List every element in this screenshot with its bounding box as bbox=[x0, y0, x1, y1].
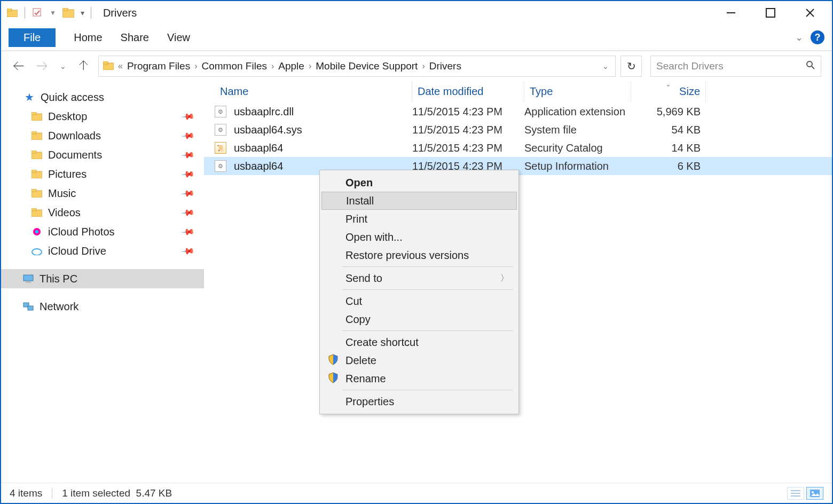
breadcrumb-seg[interactable]: Program Files bbox=[127, 60, 190, 72]
file-size: 54 KB bbox=[631, 124, 701, 136]
context-item-print[interactable]: Print bbox=[321, 210, 517, 228]
quick-access-section[interactable]: ★ Quick access bbox=[1, 88, 204, 107]
maximize-button[interactable] bbox=[758, 4, 783, 22]
context-item-label: Restore previous versions bbox=[345, 249, 469, 262]
context-item-properties[interactable]: Properties bbox=[321, 392, 517, 411]
chevron-right-icon[interactable]: › bbox=[422, 61, 425, 71]
context-item-send-to[interactable]: Send to〉 bbox=[321, 269, 517, 287]
context-item-label: Create shortcut bbox=[345, 336, 419, 349]
view-thumbnails-button[interactable] bbox=[806, 487, 823, 500]
context-item-open-with-[interactable]: Open with... bbox=[321, 228, 517, 246]
context-item-cut[interactable]: Cut bbox=[321, 292, 517, 310]
sidebar-item-icloud-photos[interactable]: iCloud Photos📌 bbox=[29, 222, 204, 241]
ribbon-expand-icon[interactable]: ⌄ bbox=[795, 32, 803, 43]
file-row[interactable]: 📜usbaapl6411/5/2015 4:23 PMSecurity Cata… bbox=[204, 139, 832, 157]
breadcrumb-seg[interactable]: Drivers bbox=[429, 60, 461, 72]
svg-rect-20 bbox=[32, 170, 36, 172]
context-item-label: Properties bbox=[345, 396, 394, 408]
qat-customize-icon[interactable]: ▾ bbox=[81, 9, 84, 17]
context-item-create-shortcut[interactable]: Create shortcut bbox=[321, 333, 517, 351]
pin-icon: 📌 bbox=[180, 186, 195, 200]
sidebar-item-icloud-drive[interactable]: iCloud Drive📌 bbox=[29, 241, 204, 261]
svg-rect-10 bbox=[103, 61, 108, 64]
downloads-icon bbox=[31, 131, 43, 140]
breadcrumb-seg[interactable]: Mobile Device Support bbox=[316, 60, 418, 72]
breadcrumb-seg[interactable]: Common Files bbox=[201, 60, 266, 72]
address-folder-icon bbox=[103, 60, 114, 73]
context-item-rename[interactable]: Rename bbox=[321, 369, 517, 388]
sidebar-item-videos[interactable]: Videos📌 bbox=[29, 203, 204, 222]
close-button[interactable] bbox=[798, 4, 822, 22]
qat-dropdown-icon[interactable]: ▼ bbox=[50, 9, 56, 17]
up-button[interactable]: 🡡 bbox=[78, 59, 90, 73]
quick-access-label: Quick access bbox=[41, 91, 104, 104]
network-item[interactable]: Network bbox=[1, 297, 204, 316]
context-item-label: Install bbox=[346, 195, 374, 207]
ribbon-tab-home[interactable]: Home bbox=[74, 32, 102, 44]
back-button[interactable]: 🡠 bbox=[13, 59, 25, 73]
forward-button[interactable]: 🡢 bbox=[36, 59, 48, 73]
context-separator bbox=[342, 289, 513, 290]
ribbon-tab-view[interactable]: View bbox=[167, 32, 190, 44]
sidebar-item-pictures[interactable]: Pictures📌 bbox=[29, 164, 204, 184]
sidebar-item-label: Videos bbox=[48, 207, 81, 219]
qat-folder-icon[interactable] bbox=[62, 7, 74, 19]
file-size: 6 KB bbox=[631, 160, 701, 172]
svg-rect-24 bbox=[32, 208, 36, 211]
file-date: 11/5/2015 4:23 PM bbox=[412, 124, 524, 136]
sidebar-item-label: Downloads bbox=[48, 130, 101, 142]
address-dropdown-icon[interactable]: ⌄ bbox=[602, 62, 609, 70]
chevron-right-icon[interactable]: › bbox=[194, 61, 197, 71]
chevron-right-icon[interactable]: › bbox=[271, 61, 274, 71]
column-header-size[interactable]: ⌄ Size bbox=[631, 81, 706, 102]
sidebar-item-desktop[interactable]: Desktop📌 bbox=[29, 107, 204, 126]
title-divider bbox=[91, 7, 91, 19]
column-header-name[interactable]: Name bbox=[215, 81, 412, 102]
column-header-date[interactable]: Date modified bbox=[412, 81, 524, 102]
minimize-button[interactable] bbox=[719, 4, 743, 22]
context-item-copy[interactable]: Copy bbox=[321, 310, 517, 328]
svg-point-36 bbox=[812, 491, 814, 493]
context-item-delete[interactable]: Delete bbox=[321, 351, 517, 369]
breadcrumb-seg[interactable]: Apple bbox=[278, 60, 304, 72]
sidebar-item-label: iCloud Photos bbox=[48, 226, 115, 238]
context-separator bbox=[342, 390, 513, 390]
qat-properties-icon[interactable] bbox=[32, 7, 43, 19]
file-name: usbaapl64 bbox=[234, 160, 283, 172]
sidebar-item-downloads[interactable]: Downloads📌 bbox=[29, 126, 204, 145]
context-item-open[interactable]: Open bbox=[321, 174, 517, 192]
refresh-button[interactable]: ↻ bbox=[620, 56, 642, 77]
context-item-restore-previous-versions[interactable]: Restore previous versions bbox=[321, 246, 517, 264]
address-overflow[interactable]: « bbox=[118, 61, 123, 71]
context-item-label: Open with... bbox=[345, 231, 403, 243]
svg-point-11 bbox=[807, 61, 812, 67]
context-item-label: Cut bbox=[345, 295, 362, 308]
file-tab[interactable]: File bbox=[9, 28, 56, 47]
status-separator bbox=[52, 488, 52, 499]
recent-dropdown-icon[interactable]: ⌄ bbox=[60, 62, 66, 70]
context-separator bbox=[342, 330, 513, 331]
search-input[interactable]: Search Drivers bbox=[650, 56, 821, 77]
view-details-button[interactable] bbox=[787, 487, 804, 500]
title-bar: ▼ ▾ Drivers bbox=[1, 1, 832, 25]
address-bar[interactable]: « Program Files › Common Files › Apple ›… bbox=[98, 56, 616, 77]
chevron-right-icon[interactable]: › bbox=[309, 61, 311, 71]
quick-access-star-icon: ★ bbox=[23, 91, 35, 104]
help-icon[interactable]: ? bbox=[811, 30, 824, 44]
search-placeholder: Search Drivers bbox=[656, 60, 724, 72]
context-item-install[interactable]: Install bbox=[321, 192, 517, 210]
sidebar-item-music[interactable]: Music📌 bbox=[29, 184, 204, 203]
uac-shield-icon bbox=[327, 353, 339, 368]
svg-rect-29 bbox=[26, 281, 31, 283]
file-type: System file bbox=[524, 124, 631, 136]
pin-icon: 📌 bbox=[180, 147, 195, 162]
svg-rect-6 bbox=[766, 9, 775, 17]
pin-icon: 📌 bbox=[180, 205, 195, 219]
file-row[interactable]: ⚙usbaaplrc.dll11/5/2015 4:23 PMApplicati… bbox=[204, 103, 832, 121]
this-pc-item[interactable]: This PC bbox=[1, 269, 204, 288]
column-header-type[interactable]: Type bbox=[524, 81, 631, 102]
svg-point-26 bbox=[35, 230, 38, 233]
ribbon-tab-share[interactable]: Share bbox=[121, 32, 149, 44]
file-row[interactable]: ⚙usbaapl64.sys11/5/2015 4:23 PMSystem fi… bbox=[204, 121, 832, 139]
sidebar-item-documents[interactable]: Documents📌 bbox=[29, 145, 204, 164]
